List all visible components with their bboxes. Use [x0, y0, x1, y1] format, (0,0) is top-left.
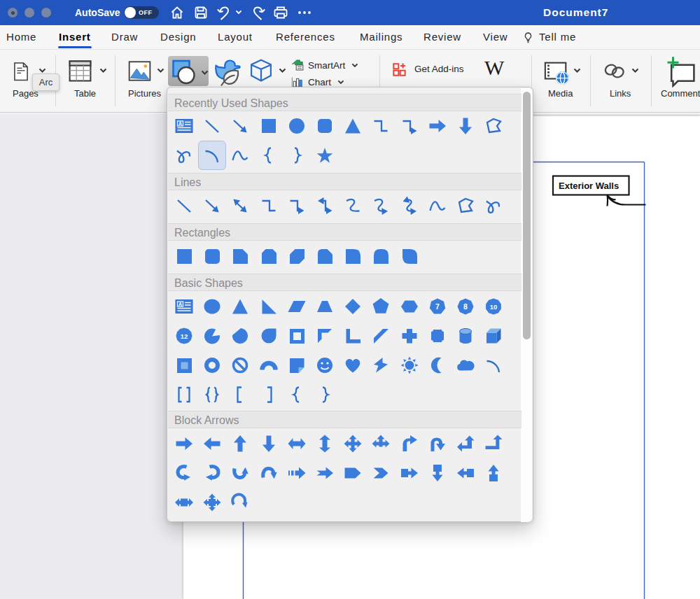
svg-text:12: 12: [181, 332, 188, 340]
svg-text:Exterior Walls: Exterior Walls: [559, 181, 619, 191]
svg-text:7: 7: [435, 302, 440, 311]
svg-text:8: 8: [463, 302, 468, 311]
svg-text:A: A: [178, 302, 182, 306]
svg-text:A: A: [178, 121, 182, 126]
svg-text:10: 10: [490, 303, 498, 311]
